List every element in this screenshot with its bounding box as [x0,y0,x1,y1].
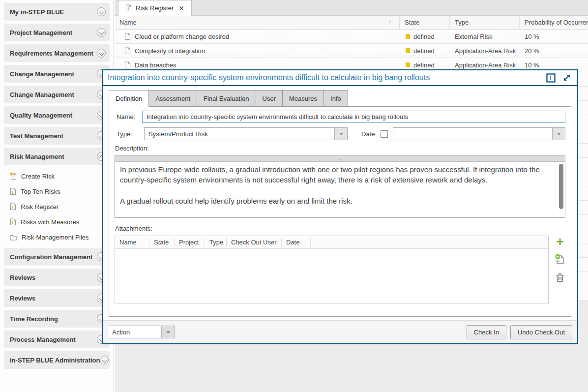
tab-risk-register[interactable]: ! Risk Register ✕ [118,0,192,16]
attach-column-project[interactable]: Project [175,238,205,247]
attach-column-type[interactable]: Type [205,238,227,247]
date-checkbox[interactable] [381,130,388,138]
tab-measures[interactable]: Measures [283,90,324,107]
description-textarea[interactable]: In previous Europe-wide rollouts, a grad… [115,162,557,217]
sidebar-section-time-recording[interactable]: Time Recording [4,310,110,328]
create-risk-icon: ✦! [10,172,17,180]
dropdown-arrow-button[interactable] [334,128,347,140]
column-header-name[interactable]: Name ↑ [115,16,400,29]
risk-document-icon: ! [10,218,16,226]
state-color-square [406,34,410,39]
sidebar-section-configuration-management[interactable]: Configuration Management [4,248,110,266]
sidebar-item-risk-register[interactable]: ! Risk Register [0,199,114,214]
description-scrollbar [559,164,564,215]
add-attachment-icon[interactable]: + [556,237,563,246]
dialog-tab-strip: Definition Assessment Final Evaluation U… [109,90,571,107]
delete-trash-icon[interactable] [555,272,565,283]
sidebar-section-requirements-management[interactable]: Requirements Management [4,44,110,62]
tab-definition[interactable]: Definition [109,90,149,107]
svg-text:!: ! [12,220,14,225]
risk-document-icon: ! [10,188,16,195]
svg-text:!: ! [128,6,129,11]
column-header-state[interactable]: State [400,16,450,29]
tab-info[interactable]: Info [324,90,348,107]
sidebar-section-risk-management[interactable]: Risk Management [4,148,110,165]
name-field-label: Name: [117,113,142,121]
document-icon [124,33,131,40]
attach-column-date[interactable]: Date [282,238,304,247]
maximize-icon[interactable] [562,73,571,82]
chevron-down-icon[interactable] [100,356,109,364]
sidebar-section-process-management[interactable]: Process Management [4,331,110,348]
sidebar-item-risk-management-files[interactable]: Risk-Management Files [0,230,114,245]
chevron-down-icon[interactable] [97,7,106,16]
tab-user[interactable]: User [256,90,283,107]
add-file-icon[interactable] [555,253,565,265]
attach-column-state[interactable]: State [149,238,175,247]
attachments-label: Attachments: [115,225,565,232]
svg-text:!: ! [12,174,14,179]
document-icon [124,61,131,69]
dropdown-arrow-button[interactable] [161,326,174,338]
collapse-icon: ︿ [338,156,342,161]
tab-assessment[interactable]: Assessment [149,90,197,107]
sidebar-section-reviews-2[interactable]: Reviews [4,289,110,307]
svg-text:!: ! [12,190,14,195]
date-field-label: Date: [361,130,377,138]
undo-check-out-button[interactable]: Undo Check Out [510,325,572,339]
sidebar: My in-STEP BLUE Project Management Requi… [0,0,114,392]
definition-tab-panel: Name: Type: System/Product Risk Date: De… [109,106,571,317]
attachments-table-header: Name State Project Type Check Out User D… [115,236,548,249]
sort-ascending-icon: ↑ [388,19,391,26]
dialog-title-bar: Integration into country-specific system… [103,70,577,86]
type-dropdown[interactable]: System/Product Risk [144,127,348,140]
description-label: Description: [115,145,565,152]
risk-document-icon: ! [10,203,16,211]
sidebar-item-risks-with-measures[interactable]: ! Risks with Measures [0,214,114,230]
sidebar-section-project-management[interactable]: Project Management [4,24,110,41]
table-row[interactable]: Complexity of integration defined Applic… [115,44,588,58]
sidebar-section-quality-management[interactable]: Quality Management [4,106,110,124]
sidebar-section-change-management-2[interactable]: Change Management [4,86,110,103]
sidebar-section-test-management[interactable]: Test Management [4,127,110,145]
attachments-table: Name State Project Type Check Out User D… [115,236,549,303]
dialog-footer: Action Check In Undo Check Out [103,320,577,343]
sidebar-item-top-ten-risks[interactable]: ! Top Ten Risks [0,184,114,199]
sidebar-section-reviews[interactable]: Reviews [4,269,110,286]
tab-close-icon[interactable]: ✕ [177,4,185,12]
dialog-title: Integration into country-specific system… [108,73,539,82]
tab-final-evaluation[interactable]: Final Evaluation [197,90,256,107]
sidebar-section-instep-blue-administration[interactable]: in-STEP BLUE Administration [4,351,110,369]
attach-column-extra [304,238,311,247]
sidebar-section-change-management[interactable]: Change Management [4,65,110,83]
sidebar-section-my-instep-blue[interactable]: My in-STEP BLUE [4,3,110,21]
tab-label: Risk Register [136,4,174,12]
action-dropdown[interactable]: Action [108,326,175,338]
risk-exclamation-icon: ! [546,73,556,83]
date-dropdown[interactable] [393,127,565,140]
svg-text:!: ! [12,205,14,210]
tab-bar: ! Risk Register ✕ [115,0,588,16]
chevron-down-icon[interactable] [97,49,106,58]
scrollbar-thumb[interactable] [559,164,563,209]
attach-column-name[interactable]: Name [115,238,149,247]
attach-column-check-out-user[interactable]: Check Out User [227,238,282,247]
risk-table-header: Name ↑ State Type Probability of Occurre… [115,16,588,30]
check-in-button[interactable]: Check In [467,325,506,339]
column-header-type[interactable]: Type [450,16,520,29]
chevron-down-icon[interactable] [97,28,106,37]
name-input[interactable] [142,111,565,123]
collapse-splitter[interactable]: ︿ [115,155,565,162]
state-color-square [406,62,410,67]
folder-icon [10,234,17,241]
type-field-label: Type: [117,130,142,138]
risk-document-icon: ! [125,4,132,12]
document-icon [124,47,131,55]
sidebar-item-create-risk[interactable]: ✦! Create Risk [0,168,114,184]
column-header-probability[interactable]: Probability of Occurrence [520,16,588,29]
dropdown-arrow-button[interactable] [552,128,565,140]
description-field: ︿ In previous Europe-wide rollouts, a gr… [115,155,565,218]
risk-detail-dialog: Integration into country-specific system… [102,69,578,344]
table-row[interactable]: Cloud or platform change desired defined… [115,30,588,44]
svg-text:!: ! [550,75,552,82]
